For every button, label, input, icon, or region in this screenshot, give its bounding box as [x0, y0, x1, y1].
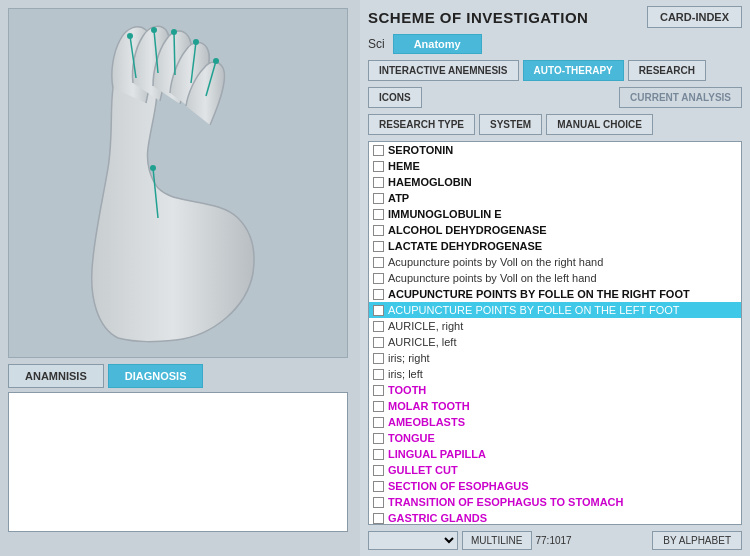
list-item[interactable]: iris; right: [369, 350, 741, 366]
anatomy-button[interactable]: Anatomy: [393, 34, 482, 54]
multiline-btn[interactable]: MULTILINE: [462, 531, 532, 550]
list-item[interactable]: TRANSITION OF ESOPHAGUS TO STOMACH: [369, 494, 741, 510]
svg-point-11: [150, 165, 156, 171]
list-item[interactable]: GULLET CUT: [369, 462, 741, 478]
right-panel: SCHEME OF INVESTIGATION CARD-INDEX Sci A…: [360, 0, 750, 556]
list-item-checkbox[interactable]: [373, 369, 384, 380]
list-item[interactable]: HAEMOGLOBIN: [369, 174, 741, 190]
list-item-checkbox[interactable]: [373, 401, 384, 412]
list-container[interactable]: SEROTONINHEMEHAEMOGLOBINATPIMMUNOGLOBULI…: [368, 141, 742, 525]
list-item[interactable]: AMEOBLASTS: [369, 414, 741, 430]
bottom-select[interactable]: [368, 531, 458, 550]
svg-point-3: [151, 27, 157, 33]
toolbar-row1: INTERACTIVE ANEMNESIS AUTO-THERAPY RESEA…: [368, 60, 742, 81]
list-item-checkbox[interactable]: [373, 337, 384, 348]
list-item-checkbox[interactable]: [373, 273, 384, 284]
auto-therapy-btn[interactable]: AUTO-THERAPY: [523, 60, 624, 81]
list-item-text: ACUPUNCTURE POINTS BY FOLLE ON THE LEFT …: [388, 304, 680, 316]
sci-row: Sci Anatomy: [368, 34, 742, 54]
list-item[interactable]: ALCOHOL DEHYDROGENASE: [369, 222, 741, 238]
list-item-checkbox[interactable]: [373, 225, 384, 236]
research-btn[interactable]: RESEARCH: [628, 60, 706, 81]
list-item-text: IMMUNOGLOBULIN E: [388, 208, 502, 220]
list-item[interactable]: ATP: [369, 190, 741, 206]
bottom-bar: MULTILINE 77:1017 BY ALPHABET: [368, 531, 742, 550]
list-item-checkbox[interactable]: [373, 353, 384, 364]
toolbar-row2: ICONS CURRENT ANALYSIS: [368, 87, 742, 108]
list-item-text: HEME: [388, 160, 420, 172]
list-item[interactable]: ACUPUNCTURE POINTS BY FOLLE ON THE RIGHT…: [369, 286, 741, 302]
list-item[interactable]: iris; left: [369, 366, 741, 382]
list-item-checkbox[interactable]: [373, 481, 384, 492]
list-item[interactable]: LACTATE DEHYDROGENASE: [369, 238, 741, 254]
list-item-checkbox[interactable]: [373, 241, 384, 252]
by-alphabet-btn[interactable]: BY ALPHABET: [652, 531, 742, 550]
coord-label: 77:1017: [536, 535, 572, 546]
list-item[interactable]: MOLAR TOOTH: [369, 398, 741, 414]
list-item-text: TONGUE: [388, 432, 435, 444]
list-item-checkbox[interactable]: [373, 161, 384, 172]
list-item[interactable]: TOOTH: [369, 382, 741, 398]
sci-label: Sci: [368, 37, 385, 51]
tab-buttons: ANAMNISIS DIAGNOSIS: [8, 364, 352, 388]
list-item-checkbox[interactable]: [373, 145, 384, 156]
scheme-title: SCHEME OF INVESTIGATION: [368, 9, 588, 26]
list-item-text: TRANSITION OF ESOPHAGUS TO STOMACH: [388, 496, 624, 508]
list-item-text: AMEOBLASTS: [388, 416, 465, 428]
diagnosis-tab[interactable]: DIAGNOSIS: [108, 364, 204, 388]
card-index-button[interactable]: CARD-INDEX: [647, 6, 742, 28]
list-item-checkbox[interactable]: [373, 289, 384, 300]
list-item-text: ACUPUNCTURE POINTS BY FOLLE ON THE RIGHT…: [388, 288, 690, 300]
list-item[interactable]: AURICLE, right: [369, 318, 741, 334]
list-item-checkbox[interactable]: [373, 385, 384, 396]
list-item-text: AURICLE, left: [388, 336, 456, 348]
list-item[interactable]: SEROTONIN: [369, 142, 741, 158]
list-item-checkbox[interactable]: [373, 449, 384, 460]
list-item-text: AURICLE, right: [388, 320, 463, 332]
main-container: ANAMNISIS DIAGNOSIS SCHEME OF INVESTIGAT…: [0, 0, 750, 556]
list-item-text: iris; left: [388, 368, 423, 380]
list-item-checkbox[interactable]: [373, 497, 384, 508]
list-item[interactable]: Acupuncture points by Voll on the left h…: [369, 270, 741, 286]
image-area: [8, 8, 348, 358]
list-item-checkbox[interactable]: [373, 209, 384, 220]
list-item[interactable]: IMMUNOGLOBULIN E: [369, 206, 741, 222]
list-item-checkbox[interactable]: [373, 513, 384, 524]
list-item-checkbox[interactable]: [373, 433, 384, 444]
list-item-checkbox[interactable]: [373, 257, 384, 268]
list-item-text: GASTRIC GLANDS: [388, 512, 487, 524]
list-item[interactable]: ACUPUNCTURE POINTS BY FOLLE ON THE LEFT …: [369, 302, 741, 318]
list-item-checkbox[interactable]: [373, 321, 384, 332]
list-item[interactable]: SECTION OF ESOPHAGUS: [369, 478, 741, 494]
list-item[interactable]: AURICLE, left: [369, 334, 741, 350]
anamnisis-tab[interactable]: ANAMNISIS: [8, 364, 104, 388]
list-item-text: TOOTH: [388, 384, 426, 396]
svg-point-7: [193, 39, 199, 45]
system-btn[interactable]: SYSTEM: [479, 114, 542, 135]
list-item-checkbox[interactable]: [373, 417, 384, 428]
interactive-anemnesis-btn[interactable]: INTERACTIVE ANEMNESIS: [368, 60, 519, 81]
right-header: SCHEME OF INVESTIGATION CARD-INDEX: [368, 6, 742, 28]
icons-btn[interactable]: ICONS: [368, 87, 422, 108]
current-analysis-btn[interactable]: CURRENT ANALYSIS: [619, 87, 742, 108]
list-item[interactable]: GASTRIC GLANDS: [369, 510, 741, 525]
list-item-text: GULLET CUT: [388, 464, 458, 476]
foot-svg: [58, 18, 298, 348]
list-item-text: ATP: [388, 192, 409, 204]
list-item[interactable]: LINGUAL PAPILLA: [369, 446, 741, 462]
list-item-text: SECTION OF ESOPHAGUS: [388, 480, 529, 492]
list-item-text: LINGUAL PAPILLA: [388, 448, 486, 460]
diagnosis-text-area: [8, 392, 348, 532]
list-item-checkbox[interactable]: [373, 177, 384, 188]
list-item[interactable]: HEME: [369, 158, 741, 174]
bottom-panel: ANAMNISIS DIAGNOSIS: [8, 364, 352, 532]
svg-point-1: [127, 33, 133, 39]
list-item[interactable]: TONGUE: [369, 430, 741, 446]
list-item-checkbox[interactable]: [373, 465, 384, 476]
research-type-btn[interactable]: RESEARCH TYPE: [368, 114, 475, 135]
list-item-checkbox[interactable]: [373, 193, 384, 204]
list-item[interactable]: Acupuncture points by Voll on the right …: [369, 254, 741, 270]
left-panel: ANAMNISIS DIAGNOSIS: [0, 0, 360, 556]
list-item-checkbox[interactable]: [373, 305, 384, 316]
manual-choice-btn[interactable]: MANUAL CHOICE: [546, 114, 653, 135]
